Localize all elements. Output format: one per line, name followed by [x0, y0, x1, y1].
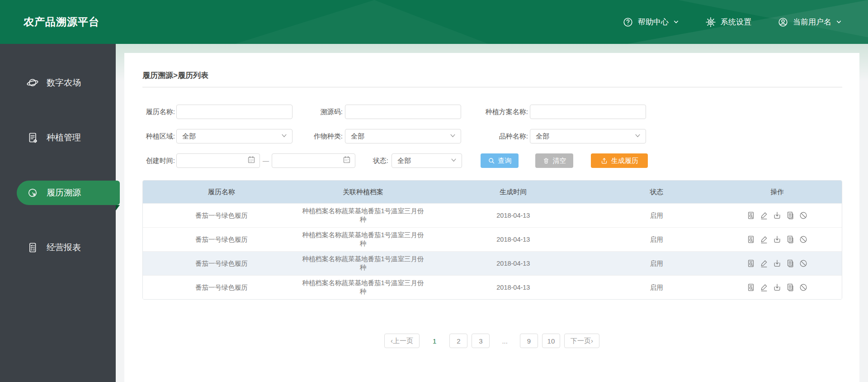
download-icon[interactable]: [773, 235, 782, 244]
trace-code-label: 溯源码:: [296, 105, 343, 119]
chevron-down-icon: [449, 132, 456, 140]
cell-date: 2018-04-13: [426, 260, 601, 267]
sidebar-item-label: 经营报表: [47, 242, 81, 253]
column-header-name: 履历名称: [143, 188, 300, 196]
cell-archive: 种植档案名称蔬菜基地番茄1号温室三月份种: [300, 207, 426, 224]
sidebar-item-business-report[interactable]: 经营报表: [0, 235, 116, 260]
ban-icon[interactable]: [799, 259, 808, 268]
download-icon[interactable]: [773, 259, 782, 268]
table-row: 番茄一号绿色履历 种植档案名称蔬菜基地番茄1号温室三月份种 2018-04-13…: [143, 251, 842, 275]
status-label: 状态:: [359, 153, 388, 168]
record-name-field: [176, 105, 292, 119]
user-icon: [778, 17, 788, 28]
sidebar-item-trace-record[interactable]: 履历溯源: [17, 181, 120, 205]
page-button[interactable]: 3: [472, 334, 490, 348]
download-icon[interactable]: [773, 211, 782, 220]
search-button[interactable]: 查询: [481, 153, 519, 168]
table-row: 番茄一号绿色履历 种植档案名称蔬菜基地番茄1号温室三月份种 2018-04-13…: [143, 227, 842, 251]
doc-preview-icon[interactable]: [746, 259, 755, 268]
clear-button-label: 清空: [553, 157, 566, 165]
cell-record-name: 番茄一号绿色履历: [143, 211, 300, 220]
planting-doc-gear-icon: [26, 131, 39, 144]
sidebar-item-planting-management[interactable]: 种植管理: [0, 125, 116, 150]
generate-record-button[interactable]: 生成履历: [591, 153, 648, 168]
page-button[interactable]: 10: [542, 334, 560, 348]
prev-page-button[interactable]: ‹上一页: [384, 334, 420, 348]
plan-name-input[interactable]: [530, 105, 646, 119]
date-to-picker[interactable]: [272, 153, 355, 168]
crop-type-label: 作物种类:: [296, 129, 343, 143]
sidebar-nav: 数字农场 种植管理 履历溯源: [0, 44, 116, 382]
column-header-actions: 操作: [712, 188, 842, 196]
copy-doc-icon[interactable]: [786, 283, 795, 292]
system-settings-menu[interactable]: 系统设置: [705, 17, 751, 28]
page-button[interactable]: 2: [449, 334, 467, 348]
doc-preview-icon[interactable]: [746, 211, 755, 220]
copy-doc-icon[interactable]: [786, 235, 795, 244]
variety-select[interactable]: 全部: [530, 129, 646, 143]
sidebar-item-digital-farm[interactable]: 数字农场: [0, 71, 116, 95]
download-icon[interactable]: [773, 283, 782, 292]
variety-label: 品种名称:: [468, 129, 528, 143]
help-icon: [623, 17, 633, 28]
next-page-button[interactable]: 下一页›: [564, 334, 599, 348]
chevron-down-icon: [281, 132, 288, 140]
trace-code-field: [345, 105, 461, 119]
page-button[interactable]: 9: [520, 334, 538, 348]
status-select[interactable]: 全部: [392, 153, 462, 168]
help-center-menu[interactable]: 帮助中心: [623, 17, 679, 28]
sidebar-item-label: 种植管理: [47, 132, 81, 143]
content-panel: 履历溯源>履历列表 履历名称: 溯源码: 种植方案名称: 种植区域: 全部 作物…: [124, 53, 859, 382]
page-ellipsis: ...: [498, 334, 511, 348]
date-from-picker[interactable]: [176, 153, 260, 168]
cell-status: 启用: [601, 211, 712, 220]
table-row: 番茄一号绿色履历 种植档案名称蔬菜基地番茄1号温室三月份种 2018-04-13…: [143, 203, 842, 227]
edit-pencil-icon[interactable]: [760, 259, 769, 268]
active-item-fold: [116, 205, 120, 210]
crop-type-select[interactable]: 全部: [345, 129, 461, 143]
trace-code-input[interactable]: [345, 105, 461, 119]
trace-clock-icon: [26, 186, 39, 199]
chevron-down-icon: [634, 132, 641, 140]
records-table: 履历名称 关联种植档案 生成时间 状态 操作 番茄一号绿色履历 种植档案名称蔬菜…: [142, 180, 842, 300]
ban-icon[interactable]: [799, 283, 808, 292]
variety-select-value: 全部: [536, 132, 549, 141]
doc-preview-icon[interactable]: [746, 283, 755, 292]
ban-icon[interactable]: [799, 211, 808, 220]
record-name-input[interactable]: [177, 105, 292, 119]
cell-archive: 种植档案名称蔬菜基地番茄1号温室三月份种: [300, 255, 426, 272]
cell-date: 2018-04-13: [426, 212, 601, 219]
edit-pencil-icon[interactable]: [760, 235, 769, 244]
edit-pencil-icon[interactable]: [760, 283, 769, 292]
copy-doc-icon[interactable]: [786, 259, 795, 268]
app-header: 农产品溯源平台 帮助中心: [0, 0, 868, 44]
column-header-date: 生成时间: [426, 188, 601, 196]
cell-status: 启用: [601, 235, 712, 244]
region-label: 种植区域:: [142, 129, 175, 143]
plan-name-field: [530, 105, 646, 119]
clear-button[interactable]: 清空: [535, 153, 573, 168]
trash-icon: [542, 157, 550, 164]
edit-pencil-icon[interactable]: [760, 211, 769, 220]
copy-doc-icon[interactable]: [786, 211, 795, 220]
app-title: 农产品溯源平台: [24, 0, 99, 44]
current-user-label: 当前用户名: [793, 17, 831, 27]
breadcrumb-divider: [142, 87, 842, 87]
search-icon: [488, 157, 495, 164]
sidebar-item-label: 履历溯源: [47, 187, 81, 199]
page-button-current[interactable]: 1: [429, 334, 440, 348]
cell-actions: [712, 211, 842, 220]
record-name-label: 履历名称:: [142, 105, 175, 119]
current-user-menu[interactable]: 当前用户名: [778, 17, 842, 28]
cell-actions: [712, 259, 842, 268]
chevron-down-icon: [450, 157, 457, 165]
cell-record-name: 番茄一号绿色履历: [143, 235, 300, 244]
cell-archive: 种植档案名称蔬菜基地番茄1号温室三月份种: [300, 231, 426, 248]
ban-icon[interactable]: [799, 235, 808, 244]
cell-record-name: 番茄一号绿色履历: [143, 283, 300, 292]
doc-preview-icon[interactable]: [746, 235, 755, 244]
generate-button-label: 生成履历: [611, 157, 638, 165]
region-select[interactable]: 全部: [176, 129, 292, 143]
gear-icon: [705, 17, 716, 28]
table-row: 番茄一号绿色履历 种植档案名称蔬菜基地番茄1号温室三月份种 2018-04-13…: [143, 275, 842, 299]
